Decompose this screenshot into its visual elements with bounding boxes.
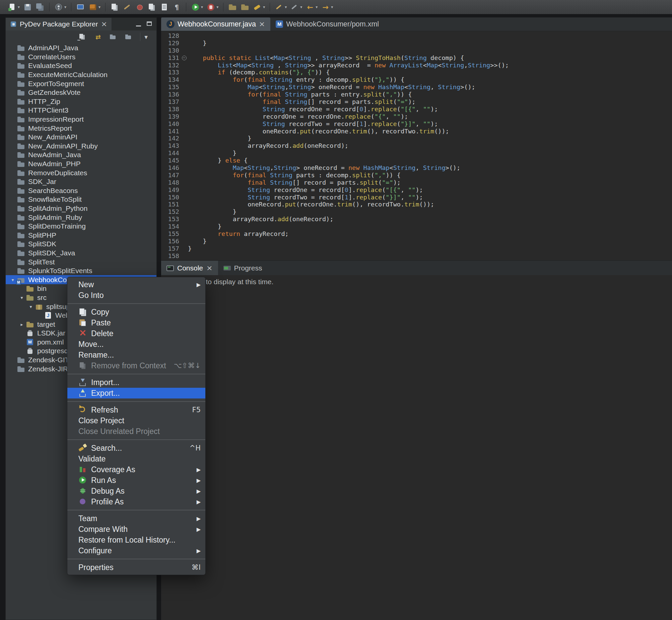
toolbar-profile-button[interactable]: ▾ <box>205 1 219 13</box>
toolbar-new-wizard-button[interactable] <box>109 1 120 13</box>
menu-item-go-into[interactable]: Go Into <box>67 290 205 301</box>
toolbar-highlight-button[interactable]: ▾ <box>252 1 266 13</box>
toolbar-new-button[interactable]: ▾ <box>7 1 21 13</box>
menu-item-debug-as[interactable]: Debug As▶ <box>67 485 205 496</box>
code-text: final String[] record = parts.split("=")… <box>188 98 415 105</box>
close-console-icon[interactable]: × <box>206 264 212 272</box>
tree-item-label: HTTP_Zip <box>28 98 60 106</box>
menu-item-validate[interactable]: Validate <box>67 454 205 464</box>
editor-tab-webhookconsumer-pom-xml[interactable]: WebhookConsumer/pom.xml <box>270 17 384 31</box>
console-tab-progress[interactable]: Progress <box>218 261 268 275</box>
menu-item-restore-from-local-history[interactable]: Restore from Local History... <box>67 534 205 545</box>
toolbar-wand-button[interactable] <box>122 1 133 13</box>
close-view-icon[interactable]: × <box>101 20 107 28</box>
toolbar-forward-button[interactable]: →▾ <box>320 1 334 13</box>
toolbar-synchronize-button[interactable] <box>147 1 158 13</box>
menu-item-label: New <box>78 280 94 289</box>
menu-item-run-as[interactable]: Run As▶ <box>67 475 205 485</box>
menu-item-coverage-as[interactable]: Coverage As▶ <box>67 464 205 475</box>
menu-item-import[interactable]: Import... <box>67 377 205 388</box>
tree-item-executemetriccalculation[interactable]: ExecuteMetricCalculation <box>6 70 157 80</box>
toolbar-account-button[interactable]: ▾ <box>53 1 67 13</box>
toolbar-show-whitespace-button[interactable]: ¶ <box>171 1 182 13</box>
menu-item-copy[interactable]: Copy <box>67 307 205 317</box>
menu-item-move[interactable]: Move... <box>67 339 205 350</box>
view-tab-pydev-package-explorer[interactable]: PyDev Package Explorer × <box>6 18 112 31</box>
tree-item-getzendeskvote[interactable]: GetZendeskVote <box>6 88 157 97</box>
code-editor[interactable]: 128129 }130131 public static List<Map<St… <box>161 31 672 261</box>
menu-item-rename[interactable]: Rename... <box>67 350 205 360</box>
tree-item-label: HTTPClient3 <box>28 106 68 114</box>
fold-marker-icon[interactable] <box>182 56 186 60</box>
tree-item-splitdemotraining[interactable]: SplitDemoTraining <box>6 222 157 231</box>
tree-item-searchbeacons[interactable]: SearchBeacons <box>6 186 157 195</box>
editor-tab-webhookconsumer-java[interactable]: WebhookConsumer.java× <box>161 17 270 31</box>
tree-item-new-adminapi-ruby[interactable]: New_AdminAPI_Ruby <box>6 142 157 151</box>
tree-item-splitsdk[interactable]: SplitSDK <box>6 240 157 249</box>
tree-item-splunktosplitevents[interactable]: SplunkToSplitEvents <box>6 266 157 275</box>
tree-item-adminapi-java[interactable]: AdminAPI_Java <box>6 44 157 53</box>
tree-item-snowflaketosplit[interactable]: SnowflakeToSplit <box>6 195 157 204</box>
tree-item-removeduplicates[interactable]: RemoveDuplicates <box>6 168 157 177</box>
collapse-all-icon[interactable] <box>78 33 88 41</box>
tree-item-impressionreport[interactable]: ImpressionReport <box>6 115 157 124</box>
menu-item-compare-with[interactable]: Compare With▶ <box>67 524 205 534</box>
tree-item-httpclient3[interactable]: HTTPClient3 <box>6 106 157 115</box>
tree-item-new-adminapi[interactable]: New_AdminAPI <box>6 133 157 142</box>
tree-item-newadmin-java[interactable]: NewAdmin_Java <box>6 151 157 159</box>
code-line: 142 } <box>161 135 672 142</box>
toolbar-preview-button[interactable] <box>159 1 170 13</box>
tree-item-splittest[interactable]: SplitTest <box>6 257 157 266</box>
menu-item-profile-as[interactable]: Profile As▶ <box>67 496 205 507</box>
filters-icon[interactable] <box>124 33 134 41</box>
collapse-arrow-icon[interactable]: ▾ <box>26 304 35 309</box>
menu-item-refresh[interactable]: RefreshF5 <box>67 405 205 415</box>
menu-item-properties[interactable]: Properties⌘I <box>67 562 205 573</box>
console-tabbar: Console×Progress <box>161 260 672 275</box>
toolbar-save-button[interactable] <box>22 1 33 13</box>
toolbar-next-annotation-button[interactable]: ▾ <box>289 1 303 13</box>
collapse-arrow-icon[interactable]: ▾ <box>17 295 26 300</box>
menu-item-paste[interactable]: Paste <box>67 317 205 328</box>
toolbar-save-all-button[interactable] <box>35 1 46 13</box>
maximize-view-button[interactable] <box>145 20 154 28</box>
close-tab-icon[interactable]: × <box>259 20 265 28</box>
code-text: } <box>188 40 207 47</box>
code-text: } <box>188 245 191 252</box>
menu-item-delete[interactable]: Delete <box>67 328 205 339</box>
view-menu-icon[interactable]: ▾ <box>140 33 152 41</box>
tree-item-exporttosegment[interactable]: ExportToSegment <box>6 79 157 88</box>
menu-item-configure[interactable]: Configure▶ <box>67 545 205 556</box>
tree-item-correlateusers[interactable]: CorrelateUsers <box>6 53 157 62</box>
menu-item-new[interactable]: New▶ <box>67 279 205 290</box>
tree-item-splitadmin-python[interactable]: SplitAdmin_Python <box>6 204 157 213</box>
menu-item-search[interactable]: Search...^H <box>67 443 205 454</box>
link-with-editor-icon[interactable]: ⇄ <box>93 33 103 41</box>
toolbar-open-resource-button[interactable] <box>227 1 238 13</box>
toolbar-console-display-button[interactable] <box>75 1 86 13</box>
toolbar-package-button[interactable]: ▾ <box>88 1 102 13</box>
menu-item-export[interactable]: Export... <box>67 388 205 399</box>
toolbar-run-button[interactable]: ▾ <box>190 1 204 13</box>
tree-item-splitsdk-java[interactable]: SplitSDK_Java <box>6 249 157 258</box>
tree-item-label: GetZendeskVote <box>28 89 80 97</box>
toolbar-bug-button[interactable] <box>134 1 145 13</box>
tree-item-sdk-jar[interactable]: SDK_Jar <box>6 177 157 186</box>
tree-item-evaluateseed[interactable]: EvaluateSeed <box>6 61 157 70</box>
menu-item-remove-from-context: Remove from Context⌥⇧⌘↓ <box>67 360 205 371</box>
tree-item-newadmin-php[interactable]: NewAdmin_PHP <box>6 159 157 168</box>
dropdown-caret-icon: ▾ <box>316 5 318 9</box>
toolbar-open-project-button[interactable] <box>239 1 250 13</box>
tree-item-splitphp[interactable]: SplitPHP <box>6 230 157 240</box>
toolbar-last-edit-location-button[interactable]: ▾ <box>274 1 288 13</box>
package-presentation-icon[interactable] <box>109 33 119 41</box>
tree-item-splitadmin-ruby[interactable]: SplitAdmin_Ruby <box>6 213 157 222</box>
tree-item-http-zip[interactable]: HTTP_Zip <box>6 97 157 106</box>
minimize-view-button[interactable] <box>134 20 143 28</box>
toolbar-back-button[interactable]: ←▾ <box>304 1 319 13</box>
menu-item-close-project[interactable]: Close Project <box>67 415 205 426</box>
menu-item-team[interactable]: Team▶ <box>67 513 205 524</box>
console-tab-console[interactable]: Console× <box>161 261 218 275</box>
expand-arrow-icon[interactable]: ▸ <box>17 322 26 327</box>
tree-item-metricsreport[interactable]: MetricsReport <box>6 124 157 133</box>
